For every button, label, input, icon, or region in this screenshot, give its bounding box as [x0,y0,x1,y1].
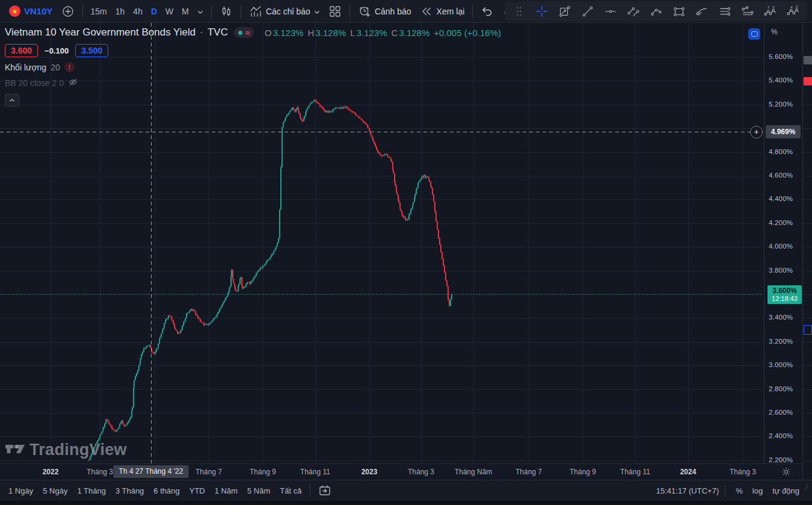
indicators-label: Các chỉ báo [266,7,310,16]
drag-handle[interactable] [511,4,527,19]
price-tick-label: 4.400% [769,195,793,202]
scale-button-log[interactable]: log [748,484,767,498]
interval-button-M[interactable]: M [177,4,193,19]
range-button-tất-cả[interactable]: Tất cả [275,483,306,498]
price-axis[interactable]: % 2.200%2.400%2.600%2.800%3.000%3.200%3.… [764,23,802,463]
indicator-row[interactable]: Khối lượng20! [5,62,501,72]
time-tick-month: Tháng 11 [300,468,330,476]
edge-marker[interactable] [804,56,812,64]
time-axis[interactable]: Th 4 27 Tháng 4 '22 2022Tháng 3Tháng 7Th… [0,463,802,480]
toolbar-divider [725,484,725,497]
indicator-error-icon[interactable]: ! [64,62,75,72]
alarm-clock-icon [358,5,371,18]
replay-label: Xem lại [437,7,465,16]
layout-templates-button[interactable] [324,2,346,20]
range-button-5-ngày[interactable]: 5 Ngày [38,483,72,498]
interval-button-4h[interactable]: 4h [129,4,147,19]
ohlc-label: O [265,28,272,38]
trend-line-tool[interactable] [580,4,595,19]
interval-button-1h[interactable]: 1h [111,4,129,19]
ohlc-value: 3.128% [315,28,346,38]
indicator-legend-list: Khối lượng20!BB 20 close 2 0 [5,62,501,89]
ohlc-value: 3.123% [273,28,304,38]
edge-tick-line [803,413,812,414]
price-tick-label: 5.200% [769,101,793,108]
crosshair-tool[interactable] [534,4,550,19]
chart-pane[interactable]: Vietnam 10 Year Government Bonds Yield ·… [0,23,812,463]
chart-style-button[interactable] [215,2,237,20]
elliott-wave-tool[interactable]: 15 [763,4,778,19]
indicators-button[interactable]: Các chỉ báo [245,2,324,20]
axis-settings-gear-icon[interactable] [780,466,792,479]
curve-tool[interactable] [648,4,664,19]
svg-text:5: 5 [772,5,775,9]
range-group: 1 Ngày5 Ngày1 Tháng3 Tháng6 thángYTD1 Nă… [0,483,306,498]
replay-button[interactable]: Xem lại [416,2,469,20]
xabcd-pattern-tool[interactable]: AC [786,4,801,19]
svg-text:1: 1 [767,5,770,9]
time-tick-year: 2022 [43,468,59,476]
edge-tick-line [803,105,812,105]
edge-tick-line [803,436,812,437]
lower-price-line-label[interactable]: 3.500 [75,44,108,57]
symbol-label: VN10Y [24,6,53,16]
eye-off-icon[interactable] [68,77,78,89]
alert-label: Cảnh báo [375,7,411,16]
indicator-row[interactable]: BB 20 close 2 0 [5,77,501,89]
panel-expander-chevron[interactable]: 〉 [805,482,812,492]
range-button-ytd[interactable]: YTD [185,483,210,498]
range-button-5-năm[interactable]: 5 Năm [242,483,275,498]
crosshair-add-alert-button[interactable]: + [750,126,763,138]
interval-button-15m[interactable]: 15m [87,4,111,19]
edge-tick-line [803,389,812,390]
range-button-6-tháng[interactable]: 6 tháng [149,483,184,498]
legend-symbol-row[interactable]: Vietnam 10 Year Government Bonds Yield ·… [5,26,228,39]
compare-add-button[interactable] [57,2,79,20]
price-tick-label: 4.200% [769,219,793,226]
market-status-pill[interactable]: ≈ [234,27,254,38]
edge-tick-line [803,128,812,129]
collapsed-right-panel[interactable] [802,23,812,480]
interval-dropdown-button[interactable] [193,4,208,19]
brush-tool[interactable] [694,4,710,19]
parallel-channel-tool[interactable] [626,4,641,19]
fib-retracement-tool[interactable] [717,4,733,19]
axis-alert-button[interactable] [748,28,760,40]
toolbar-divider [241,5,241,18]
legend-collapse-button[interactable] [5,94,19,107]
price-tick-label: 5.400% [769,76,793,84]
scale-button-tự-động[interactable]: tự động [768,484,804,498]
edge-marker[interactable] [804,325,812,335]
range-button-1-ngày[interactable]: 1 Ngày [4,483,38,498]
candlestick-icon [220,5,233,18]
price-line-delta: −0.100 [45,46,69,55]
interval-button-W[interactable]: W [161,4,177,19]
edge-tick-line [803,247,812,247]
upper-price-line-label[interactable]: 3.600 [5,44,38,57]
ohlc-value: 3.128% [399,28,429,38]
goto-date-icon [318,484,331,497]
price-tick-label: 5.600% [769,53,793,60]
pattern-channel-tool[interactable] [740,4,755,19]
bar-countdown: 12:18:43 [767,295,802,303]
symbol-button[interactable]: ★ VN10Y [5,3,57,19]
range-button-1-tháng[interactable]: 1 Tháng [72,483,110,498]
edge-marker[interactable] [804,77,812,85]
interval-button-D[interactable]: D [147,4,161,19]
horizontal-line-tool[interactable] [603,4,618,19]
range-button-3-tháng[interactable]: 3 Tháng [111,483,149,498]
goto-date-button[interactable] [314,482,336,500]
rectangle-tool[interactable] [671,4,687,19]
time-tick-year: 2024 [680,468,697,476]
title-separator: · [200,26,203,39]
time-tick-year: 2023 [361,468,378,476]
session-clock[interactable]: 15:41:17 (UTC+7) [656,486,719,495]
alert-button[interactable]: Cảnh báo [354,2,416,20]
scale-button-%[interactable]: % [731,484,747,498]
undo-button[interactable] [476,2,498,20]
toolbar-divider [349,5,350,18]
range-button-1-năm[interactable]: 1 Năm [210,483,242,498]
price-tick-label: 2.400% [769,432,793,439]
projection-tool[interactable] [557,4,573,19]
top-toolbar: ★ VN10Y 15m1h4hDWM Các chỉ báo Cảnh báo [0,0,812,23]
